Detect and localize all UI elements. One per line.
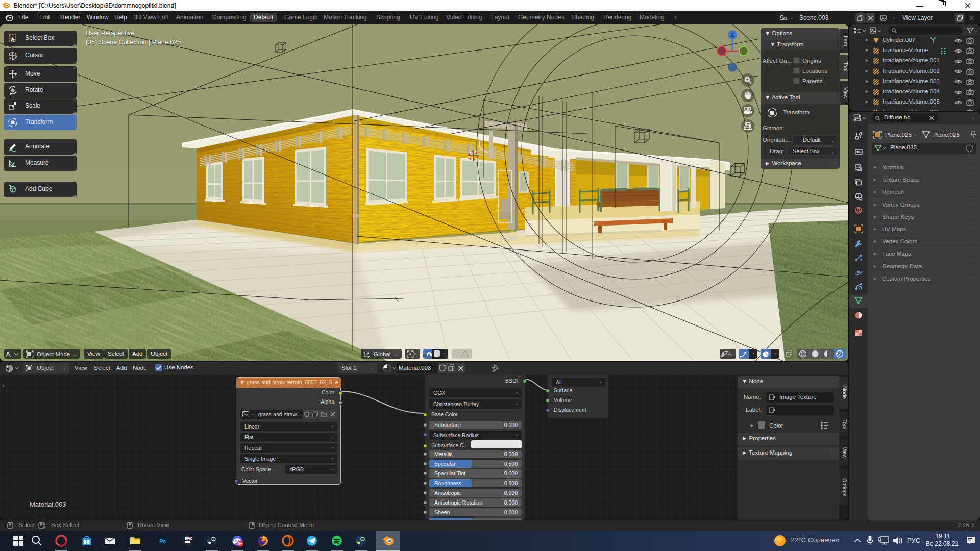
- svg-text:EPIC: EPIC: [185, 537, 192, 540]
- svg-text:Ps: Ps: [159, 538, 166, 544]
- svg-text:9+: 9+: [238, 542, 242, 545]
- svg-text:Z: Z: [731, 32, 734, 38]
